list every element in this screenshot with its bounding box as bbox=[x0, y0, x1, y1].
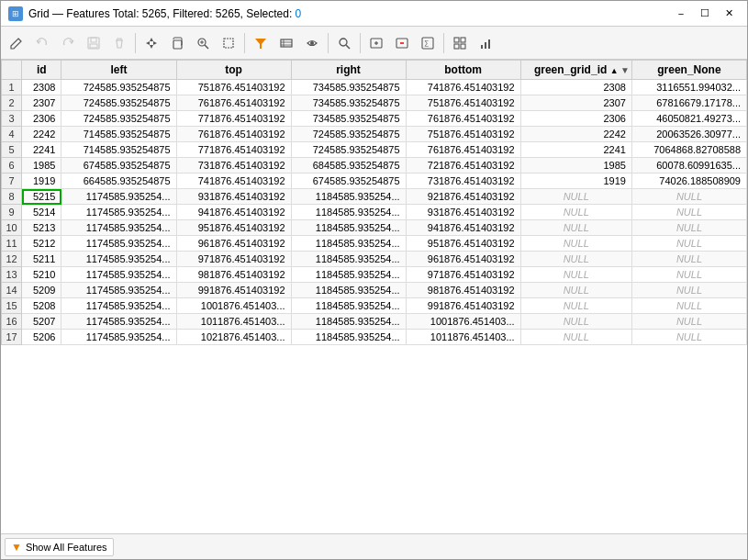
cell-green-grid-id[interactable]: NULL bbox=[520, 330, 631, 345]
cell-left[interactable]: 714585.935254875 bbox=[61, 127, 176, 142]
cell-id[interactable]: 5215 bbox=[22, 189, 61, 205]
cell-bottom[interactable]: 971876.451403192 bbox=[406, 267, 520, 283]
cell-bottom[interactable]: 761876.451403192 bbox=[406, 111, 520, 127]
cell-bottom[interactable]: 731876.451403192 bbox=[406, 174, 520, 189]
cell-green-grid-id[interactable]: 2306 bbox=[520, 111, 631, 127]
redo-button[interactable] bbox=[56, 31, 80, 55]
cell-id[interactable]: 2242 bbox=[22, 127, 61, 142]
table-row[interactable]: 1252111174585.935254...971876.4514031921… bbox=[2, 252, 747, 267]
cell-bottom[interactable]: 741876.451403192 bbox=[406, 80, 520, 95]
cell-green-grid-id[interactable]: 1985 bbox=[520, 158, 631, 174]
cell-top[interactable]: 931876.451403192 bbox=[176, 189, 291, 205]
cell-left[interactable]: 1174585.935254... bbox=[61, 236, 176, 252]
cell-left[interactable]: 724585.935254875 bbox=[61, 95, 176, 111]
cell-right[interactable]: 1184585.935254... bbox=[291, 252, 406, 267]
maximize-button[interactable]: ☐ bbox=[694, 6, 716, 22]
cell-id[interactable]: 5208 bbox=[22, 298, 61, 314]
filter-button[interactable] bbox=[249, 31, 273, 55]
cell-right[interactable]: 734585.935254875 bbox=[291, 95, 406, 111]
cell-bottom[interactable]: 721876.451403192 bbox=[406, 158, 520, 174]
cell-id[interactable]: 5212 bbox=[22, 236, 61, 252]
table-row[interactable]: 1552081174585.935254...1001876.451403...… bbox=[2, 298, 747, 314]
table-wrapper[interactable]: id left top right bottom green_grid_id ▲… bbox=[1, 60, 747, 533]
cell-id[interactable]: 5209 bbox=[22, 283, 61, 298]
cell-id[interactable]: 5206 bbox=[22, 330, 61, 345]
table-row[interactable]: 32306724585.935254875771876.451403192734… bbox=[2, 111, 747, 127]
invert-selection-button[interactable] bbox=[300, 31, 324, 55]
cell-bottom[interactable]: 951876.451403192 bbox=[406, 236, 520, 252]
copy-attrs-button[interactable] bbox=[165, 31, 189, 55]
cell-top[interactable]: 761876.451403192 bbox=[176, 95, 291, 111]
cell-green-grid-id[interactable]: NULL bbox=[520, 205, 631, 220]
cell-id[interactable]: 1985 bbox=[22, 158, 61, 174]
cell-right[interactable]: 724585.935254875 bbox=[291, 142, 406, 158]
cell-id[interactable]: 5210 bbox=[22, 267, 61, 283]
cell-right[interactable]: 1184585.935254... bbox=[291, 314, 406, 330]
col-header-id[interactable]: id bbox=[22, 61, 61, 80]
cell-top[interactable]: 1001876.451403... bbox=[176, 298, 291, 314]
cell-green-grid-id[interactable]: NULL bbox=[520, 283, 631, 298]
cell-right[interactable]: 1184585.935254... bbox=[291, 298, 406, 314]
statistics-button[interactable] bbox=[474, 31, 497, 55]
cell-green-none[interactable]: 74026.188508909 bbox=[631, 174, 746, 189]
cell-green-grid-id[interactable]: 2308 bbox=[520, 80, 631, 95]
table-row[interactable]: 1752061174585.935254...1021876.451403...… bbox=[2, 330, 747, 345]
cell-id[interactable]: 1919 bbox=[22, 174, 61, 189]
minimize-button[interactable]: − bbox=[670, 6, 692, 22]
table-row[interactable]: 1652071174585.935254...1011876.451403...… bbox=[2, 314, 747, 330]
cell-right[interactable]: 724585.935254875 bbox=[291, 127, 406, 142]
cell-green-none[interactable]: 7064868.82708588 bbox=[631, 142, 746, 158]
cell-top[interactable]: 971876.451403192 bbox=[176, 252, 291, 267]
close-button[interactable]: ✕ bbox=[718, 6, 740, 22]
cell-right[interactable]: 1184585.935254... bbox=[291, 283, 406, 298]
cell-left[interactable]: 1174585.935254... bbox=[61, 189, 176, 205]
cell-bottom[interactable]: 751876.451403192 bbox=[406, 95, 520, 111]
cell-right[interactable]: 1184585.935254... bbox=[291, 189, 406, 205]
table-row[interactable]: 12308724585.935254875751876.451403192734… bbox=[2, 80, 747, 95]
cell-left[interactable]: 1174585.935254... bbox=[61, 205, 176, 220]
cell-green-grid-id[interactable]: NULL bbox=[520, 252, 631, 267]
cell-left[interactable]: 674585.935254875 bbox=[61, 158, 176, 174]
cell-bottom[interactable]: 1011876.451403... bbox=[406, 330, 520, 345]
cell-right[interactable]: 1184585.935254... bbox=[291, 267, 406, 283]
cell-green-none[interactable]: 46050821.49273... bbox=[631, 111, 746, 127]
cell-right[interactable]: 1184585.935254... bbox=[291, 205, 406, 220]
cell-bottom[interactable]: 931876.451403192 bbox=[406, 205, 520, 220]
pan-button[interactable] bbox=[140, 31, 163, 55]
table-row[interactable]: 42242714585.935254875761876.451403192724… bbox=[2, 127, 747, 142]
cell-left[interactable]: 1174585.935254... bbox=[61, 314, 176, 330]
cell-right[interactable]: 1184585.935254... bbox=[291, 330, 406, 345]
table-row[interactable]: 952141174585.935254...941876.45140319211… bbox=[2, 205, 747, 220]
cell-green-none[interactable]: NULL bbox=[631, 252, 746, 267]
cell-top[interactable]: 981876.451403192 bbox=[176, 267, 291, 283]
cell-right[interactable]: 674585.935254875 bbox=[291, 174, 406, 189]
cell-green-grid-id[interactable]: NULL bbox=[520, 189, 631, 205]
cell-green-grid-id[interactable]: 1919 bbox=[520, 174, 631, 189]
cell-id[interactable]: 2241 bbox=[22, 142, 61, 158]
show-all-features-tb-button[interactable] bbox=[274, 31, 298, 55]
cell-bottom[interactable]: 921876.451403192 bbox=[406, 189, 520, 205]
cell-id[interactable]: 2308 bbox=[22, 80, 61, 95]
cell-id[interactable]: 5213 bbox=[22, 220, 61, 236]
cell-green-grid-id[interactable]: NULL bbox=[520, 236, 631, 252]
cell-left[interactable]: 664585.935254875 bbox=[61, 174, 176, 189]
cell-right[interactable]: 1184585.935254... bbox=[291, 236, 406, 252]
cell-bottom[interactable]: 981876.451403192 bbox=[406, 283, 520, 298]
draw-button[interactable] bbox=[217, 31, 240, 55]
cell-green-grid-id[interactable]: 2241 bbox=[520, 142, 631, 158]
expand-all-button[interactable] bbox=[448, 31, 472, 55]
cell-top[interactable]: 771876.451403192 bbox=[176, 142, 291, 158]
cell-id[interactable]: 2307 bbox=[22, 95, 61, 111]
cell-top[interactable]: 1021876.451403... bbox=[176, 330, 291, 345]
undo-button[interactable] bbox=[30, 31, 54, 55]
edit-mode-button[interactable] bbox=[5, 31, 28, 55]
table-row[interactable]: 52241714585.935254875771876.451403192724… bbox=[2, 142, 747, 158]
cell-left[interactable]: 1174585.935254... bbox=[61, 267, 176, 283]
cell-left[interactable]: 1174585.935254... bbox=[61, 252, 176, 267]
cell-bottom[interactable]: 991876.451403192 bbox=[406, 298, 520, 314]
cell-top[interactable]: 731876.451403192 bbox=[176, 158, 291, 174]
cell-bottom[interactable]: 1001876.451403... bbox=[406, 314, 520, 330]
col-header-top[interactable]: top bbox=[176, 61, 291, 80]
cell-green-none[interactable]: 60078.60991635... bbox=[631, 158, 746, 174]
save-button[interactable] bbox=[82, 31, 106, 55]
